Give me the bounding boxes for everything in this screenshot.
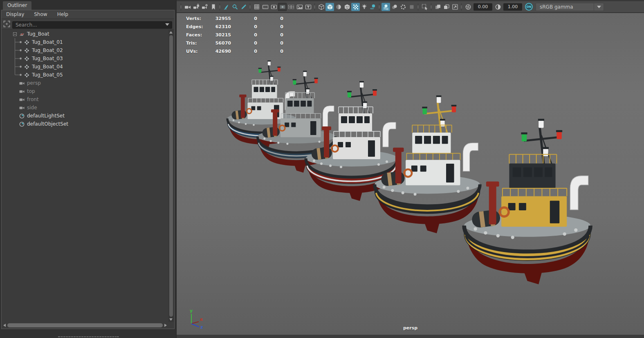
dropdown-arrow-icon[interactable] [594, 3, 604, 11]
toolbar-separator [180, 3, 182, 11]
node-label: Tug_Boat_02 [32, 47, 63, 53]
exposure-button[interactable] [464, 3, 472, 11]
plugin-shapes-button[interactable] [451, 3, 459, 11]
film-gate-button[interactable] [261, 3, 269, 11]
shadows-button[interactable] [368, 3, 377, 11]
menu-show[interactable]: Show [34, 11, 47, 17]
outliner-item-defaultLightSet[interactable]: defaultLightSet [2, 112, 168, 120]
outliner-tabbar: Outliner [0, 0, 176, 10]
resolution-gate-button[interactable] [269, 3, 278, 11]
outliner-tab[interactable]: Outliner [3, 1, 31, 10]
tree-connector [13, 54, 24, 63]
checker-material-icon [352, 4, 359, 10]
flat-shade-button[interactable] [334, 3, 343, 11]
scroll-up-arrow-icon[interactable] [169, 31, 173, 34]
boat-Tug_Boat_04[interactable] [375, 95, 480, 233]
msaa-button[interactable] [407, 3, 416, 11]
sculpt-brush-button[interactable] [222, 3, 231, 11]
view-transform-value: sRGB gamma [536, 3, 594, 11]
boat-Tug_Boat_05[interactable] [464, 119, 590, 284]
exposure-value-field[interactable]: 0.00 [473, 3, 492, 11]
msaa-icon [408, 4, 415, 10]
view-transform-dropdown[interactable]: sRGB gamma [536, 3, 604, 11]
search-input[interactable] [12, 21, 172, 29]
textured-button[interactable] [343, 3, 351, 11]
pan-zoom-button[interactable] [231, 3, 239, 11]
menu-help[interactable]: Help [57, 11, 68, 17]
isolate-select-button[interactable] [420, 3, 429, 11]
gamma-button[interactable] [494, 3, 502, 11]
motion-blur-button[interactable] [390, 3, 399, 11]
outliner-item-top[interactable]: top [2, 87, 168, 95]
outliner-item-side[interactable]: side [2, 104, 168, 112]
toolbar-separator [417, 3, 420, 11]
node-label: top [27, 88, 35, 94]
outliner-item-Tug_Boat_01[interactable]: Tug_Boat_01 [2, 38, 168, 46]
outliner-item-Tug_Boat[interactable]: Tug_Boat [2, 30, 168, 38]
xray-button[interactable] [433, 3, 442, 11]
camera-button[interactable] [183, 3, 192, 11]
hud-stat-value: 62310 [211, 24, 231, 29]
hud-stat-value: 0 [231, 32, 257, 38]
panel-resize-handle[interactable] [58, 336, 119, 337]
anti-alias-button[interactable] [399, 3, 407, 11]
checker-material-button[interactable] [351, 3, 360, 11]
hud-stat-value: 0 [231, 24, 257, 29]
camera-lock-button[interactable] [192, 3, 200, 11]
sculpt-brush-icon [223, 4, 230, 10]
safe-title-icon [305, 4, 312, 10]
image-plane-icon [296, 4, 303, 10]
outliner-item-defaultObjectSet[interactable]: defaultObjectSet [2, 120, 168, 128]
outliner-item-Tug_Boat_04[interactable]: Tug_Boat_04 [2, 63, 168, 71]
smooth-shade-button[interactable] [325, 3, 334, 11]
outliner-vertical-scrollbar[interactable] [168, 30, 174, 322]
viewport-3d-view[interactable]: Verts:3295500Edges:6231000Faces:3021500T… [177, 13, 644, 335]
heads-up-display: Verts:3295500Edges:6231000Faces:3021500T… [186, 14, 283, 55]
grid-button[interactable] [252, 3, 261, 11]
scroll-left-arrow-icon[interactable] [3, 324, 6, 327]
exposure-icon [465, 4, 471, 10]
gate-mask-button[interactable] [278, 3, 287, 11]
tree-connector [13, 46, 24, 54]
outliner-menubar: DisplayShowHelp [2, 10, 174, 19]
isolate-select-icon [422, 4, 428, 10]
search-dropdown-arrow-icon[interactable] [165, 23, 169, 26]
image-plane-button[interactable] [295, 3, 304, 11]
menu-display[interactable]: Display [6, 11, 24, 17]
camera-attributes-button[interactable] [200, 3, 209, 11]
set-icon [19, 113, 25, 119]
hud-stat-label: Tris: [186, 41, 211, 46]
color-management-toggle[interactable]: ON [525, 3, 533, 11]
outliner-item-persp[interactable]: persp [2, 79, 168, 87]
node-label: side [27, 105, 37, 110]
horizontal-scroll-thumb[interactable] [7, 323, 163, 327]
gamma-value-field[interactable]: 1.00 [503, 3, 522, 11]
scene-3d [177, 13, 644, 335]
occlusion-button[interactable] [381, 3, 390, 11]
mesh-icon [24, 64, 29, 70]
outliner-item-front[interactable]: front [2, 95, 168, 104]
set-icon [19, 122, 25, 127]
outliner-item-Tug_Boat_02[interactable]: Tug_Boat_02 [2, 46, 168, 54]
safe-title-button[interactable] [304, 3, 312, 11]
scroll-right-arrow-icon[interactable] [164, 324, 167, 327]
outliner-tree: Tug_BoatTug_Boat_01Tug_Boat_02Tug_Boat_0… [2, 30, 168, 322]
grease-pencil-button[interactable] [239, 3, 248, 11]
lights-button[interactable] [360, 3, 368, 11]
field-chart-icon [288, 4, 294, 10]
expand-collapse-toggle[interactable] [13, 32, 17, 36]
field-chart-button[interactable] [287, 3, 295, 11]
plugin-shapes-icon [452, 4, 458, 10]
grease-pencil-icon [240, 4, 247, 10]
bookmark-button[interactable] [209, 3, 218, 11]
viewport-toolbar: 0.001.00ONsRGB gamma [177, 0, 644, 13]
filter-icon[interactable] [3, 20, 10, 27]
scroll-down-arrow-icon[interactable] [169, 318, 173, 321]
outliner-item-Tug_Boat_03[interactable]: Tug_Boat_03 [2, 54, 168, 63]
vertical-scroll-thumb[interactable] [169, 35, 173, 317]
xray-joints-button[interactable] [442, 3, 451, 11]
outliner-item-Tug_Boat_05[interactable]: Tug_Boat_05 [2, 71, 168, 79]
outliner-horizontal-scrollbar[interactable] [2, 322, 168, 328]
wireframe-button[interactable] [317, 3, 325, 11]
hud-stat-label: Faces: [186, 32, 211, 38]
